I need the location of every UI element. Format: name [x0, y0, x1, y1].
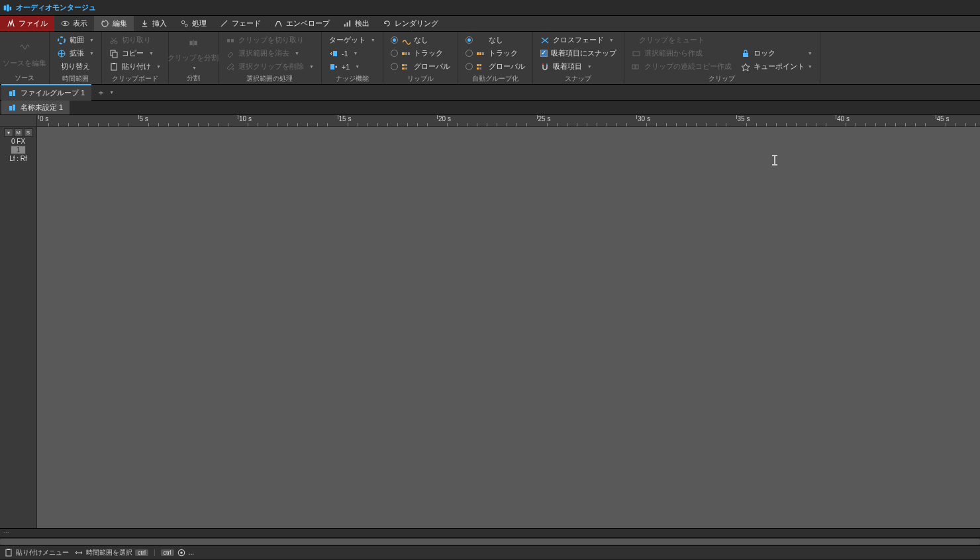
menu-envelope-label: エンベロープ: [286, 19, 330, 28]
ruler-minor-tick: [307, 123, 308, 126]
filetab-bar: 名称未設定 1: [0, 101, 980, 115]
mini-panel: ···: [0, 528, 980, 537]
eraser-icon: [226, 49, 235, 58]
nudge-target-button[interactable]: ターゲット ▼: [326, 34, 379, 46]
snap-targets-button[interactable]: 吸着項目 ▼: [537, 60, 620, 73]
autogroup-none-button[interactable]: なし: [462, 34, 528, 46]
expand-button[interactable]: 拡張 ▼: [54, 47, 97, 60]
ruler-minor-tick: [557, 123, 558, 126]
clip-repeat-label: クリップの連続コピー作成: [644, 62, 732, 71]
ruler-minor-tick: [158, 123, 159, 126]
waveform-icon: [16, 38, 33, 56]
track-header: ▾ M S 0 FX 1 Lf : Rf: [0, 127, 36, 163]
ribbon-group-removesel: クリップを切り取り 選択範囲を消去 ▼ 選択クリップを削除 ▼ 選択範囲の処理: [219, 32, 322, 84]
ruler-minor-tick: [706, 123, 707, 126]
ribbon-group-clipboard: 切り取り コピー ▼ 貼り付け ▼ クリップボード: [102, 32, 169, 84]
svg-rect-27: [402, 64, 405, 66]
menu-file[interactable]: ファイル: [0, 16, 54, 31]
ripple-track-icon: [401, 49, 411, 58]
ruler-minor-tick: [865, 123, 866, 126]
chevron-down-icon: ▼: [354, 51, 358, 56]
ruler-minor-tick: [597, 123, 597, 126]
menu-analyze[interactable]: 検出: [336, 16, 376, 31]
ribbon-group-ripple: なし トラック グローバル リップル: [383, 32, 458, 84]
scrollbar-thumb[interactable]: [0, 539, 980, 545]
ripple-global-button[interactable]: グローバル: [387, 60, 454, 73]
menu-edit[interactable]: 編集: [94, 16, 134, 31]
clip-mute-button: クリップをミュート: [628, 34, 708, 46]
track-mute-button[interactable]: M: [14, 128, 23, 137]
range-label: 範囲: [70, 35, 84, 45]
menu-view[interactable]: 表示: [54, 16, 94, 31]
add-filegroup-button[interactable]: ＋ ▼: [91, 87, 119, 99]
track-solo-button[interactable]: S: [24, 128, 33, 137]
menu-insert[interactable]: 挿入: [134, 16, 173, 31]
filetab[interactable]: 名称未設定 1: [1, 101, 70, 115]
ruler-minor-tick: [118, 123, 119, 126]
ruler-minor-tick: [58, 123, 59, 126]
svg-point-4: [64, 23, 66, 24]
toggle-button[interactable]: 切り替え: [54, 60, 97, 73]
menu-fade[interactable]: フェード: [213, 16, 268, 31]
svg-rect-29: [402, 68, 405, 70]
snap-items-check[interactable]: 吸着項目にスナップ: [537, 47, 620, 60]
ruler-minor-tick: [88, 123, 89, 126]
erase-sel-button: 選択範囲を消去 ▼: [222, 47, 317, 60]
ruler-minor-tick: [218, 123, 219, 126]
menu-file-label: ファイル: [19, 19, 48, 28]
status-extra[interactable]: ctrl ...: [161, 548, 194, 557]
track-area[interactable]: 0 s5 s10 s15 s20 s25 s30 s35 s40 s45 s: [37, 115, 980, 528]
track-sidebar: ▾ M S 0 FX 1 Lf : Rf: [0, 115, 37, 528]
svg-rect-0: [4, 5, 7, 10]
menu-envelope[interactable]: エンベロープ: [268, 16, 336, 31]
copy-button[interactable]: コピー ▼: [106, 47, 164, 60]
crossfade-button[interactable]: クロスフェード ▼: [537, 34, 620, 46]
ruler-minor-tick: [287, 123, 288, 126]
ruler-minor-tick: [666, 123, 667, 126]
cut-clip-button: クリップを切り取り: [222, 34, 317, 46]
svg-rect-7: [344, 24, 346, 26]
ribbon-group-clip: クリップをミュート 選択範囲から作成 クリップの連続コピー作成 ロック ▼: [624, 32, 820, 84]
ripple-track-label: トラック: [414, 48, 443, 58]
autogroup-track-button[interactable]: トラック: [462, 47, 528, 60]
svg-rect-35: [479, 64, 481, 66]
plus-icon: ＋: [97, 87, 105, 99]
ripple-track-button[interactable]: トラック: [387, 47, 454, 60]
svg-point-6: [185, 24, 187, 26]
autogroup-global-button[interactable]: グローバル: [462, 60, 528, 73]
chevron-down-icon: ▼: [109, 90, 114, 95]
ripple-none-button[interactable]: なし: [387, 34, 454, 46]
track-fx-label[interactable]: 0 FX: [11, 138, 25, 145]
ruler-minor-tick: [856, 123, 856, 126]
lock-button[interactable]: ロック ▼: [738, 47, 816, 60]
track-number[interactable]: 1: [11, 146, 26, 154]
status-select-time[interactable]: 時間範囲を選択 ctrl: [74, 548, 148, 557]
track-menu-button[interactable]: ▾: [4, 128, 13, 137]
svg-rect-21: [231, 39, 234, 42]
ruler-minor-tick: [946, 123, 946, 126]
paste-icon: [109, 62, 119, 71]
menu-process[interactable]: 処理: [173, 16, 213, 31]
svg-rect-18: [189, 41, 192, 45]
group-label-snap: スナップ: [537, 73, 620, 85]
range-button[interactable]: 範囲 ▼: [54, 34, 97, 46]
paste-button[interactable]: 貼り付け ▼: [106, 60, 164, 73]
nudge-plus-button[interactable]: +1 ▼: [326, 60, 379, 73]
radio-on-icon: [391, 36, 398, 44]
toggle-label: 切り替え: [61, 62, 90, 71]
filetab-label: 名称未設定 1: [21, 103, 63, 113]
horizontal-scrollbar[interactable]: [0, 537, 980, 545]
chevron-down-icon: ▼: [355, 64, 360, 69]
nudge-minus-button[interactable]: -1 ▼: [326, 47, 379, 60]
cuepoint-button[interactable]: キューポイント ▼: [738, 60, 816, 73]
filegroup-tab[interactable]: ファイルグループ 1: [1, 84, 91, 101]
ruler-minor-tick: [547, 123, 548, 126]
autogroup-global-label: グローバル: [489, 62, 525, 71]
clipboard-icon: [4, 548, 13, 557]
menu-render[interactable]: レンダリング: [376, 16, 445, 31]
status-paste-menu[interactable]: 貼り付けメニュー: [4, 548, 69, 557]
ruler-minor-tick: [925, 123, 926, 126]
time-ruler[interactable]: 0 s5 s10 s15 s20 s25 s30 s35 s40 s45 s: [37, 115, 980, 127]
svg-rect-9: [349, 21, 350, 26]
svg-rect-38: [542, 64, 544, 65]
